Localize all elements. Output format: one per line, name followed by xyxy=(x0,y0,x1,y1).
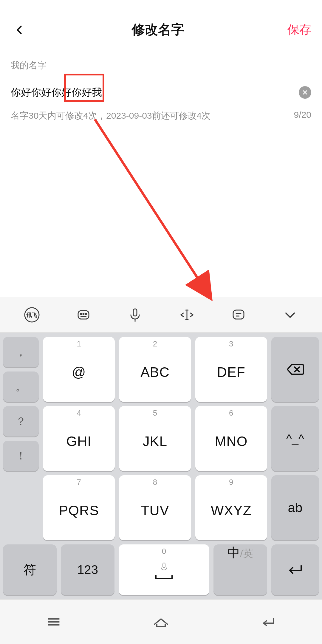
key-language[interactable]: 中/英 xyxy=(213,544,267,595)
microphone-icon xyxy=(157,561,171,574)
key-exclaim[interactable]: ！ xyxy=(3,441,39,471)
ime-collapse-button[interactable] xyxy=(278,303,302,327)
ime-voice-button[interactable] xyxy=(123,303,147,327)
key-digit: 8 xyxy=(153,478,157,487)
ime-clipboard-button[interactable] xyxy=(227,303,250,327)
key-label: @ xyxy=(72,364,86,380)
key-digit: 1 xyxy=(77,339,81,349)
save-button[interactable]: 保存 xyxy=(287,21,311,38)
header: 修改名字 保存 xyxy=(0,10,322,49)
svg-point-7 xyxy=(85,313,86,315)
hint-row: 名字30天内可修改4次，2023-09-03前还可修改4次 9/20 xyxy=(11,110,311,122)
key-symbol[interactable]: 符 xyxy=(3,544,57,595)
key-8-tuv[interactable]: 8 TUV xyxy=(119,475,191,540)
iflytek-icon: 讯飞 xyxy=(24,306,40,323)
microphone-icon xyxy=(127,306,143,323)
key-digit: 9 xyxy=(229,478,233,487)
ime-toolbar: 讯飞 xyxy=(0,297,322,333)
key-label: DEF xyxy=(217,364,245,380)
key-digit: 2 xyxy=(153,339,157,349)
key-digit: 0 xyxy=(162,547,166,556)
key-digit: 4 xyxy=(77,408,81,418)
ime-logo-button[interactable]: 讯飞 xyxy=(20,303,44,327)
key-4-ghi[interactable]: 4 GHI xyxy=(43,406,115,471)
key-period[interactable]: 。 xyxy=(3,371,39,402)
ime-keyboard-switch-button[interactable] xyxy=(72,303,95,327)
key-enter[interactable] xyxy=(271,544,319,595)
key-label: JKL xyxy=(143,433,167,449)
svg-rect-9 xyxy=(133,309,137,316)
page-title: 修改名字 xyxy=(132,21,184,38)
key-5-jkl[interactable]: 5 JKL xyxy=(119,406,191,471)
keyboard-icon xyxy=(75,306,92,323)
clear-button[interactable] xyxy=(299,86,311,99)
key-2-abc[interactable]: 2 ABC xyxy=(119,337,191,402)
system-navbar xyxy=(0,599,322,644)
key-label: GHI xyxy=(66,433,92,449)
key-numeric[interactable]: 123 xyxy=(61,544,114,595)
back-button[interactable] xyxy=(11,21,29,39)
name-form: 我的名字 名字30天内可修改4次，2023-09-03前还可修改4次 9/20 xyxy=(0,49,322,122)
key-1-at[interactable]: 1 @ xyxy=(43,337,115,402)
key-3-def[interactable]: 3 DEF xyxy=(195,337,267,402)
chevron-left-icon xyxy=(14,24,25,35)
key-digit: 7 xyxy=(77,478,81,487)
field-label: 我的名字 xyxy=(11,59,311,72)
nav-back-button[interactable] xyxy=(253,613,283,631)
svg-rect-19 xyxy=(163,563,165,568)
menu-icon xyxy=(45,616,62,628)
key-label: WXYZ xyxy=(211,502,252,518)
backspace-icon xyxy=(286,362,305,377)
cursor-move-icon xyxy=(177,306,196,323)
svg-point-6 xyxy=(83,313,84,315)
back-icon xyxy=(259,615,278,628)
key-6-mno[interactable]: 6 MNO xyxy=(195,406,267,471)
home-icon xyxy=(151,615,171,628)
key-9-wxyz[interactable]: 9 WXYZ xyxy=(195,475,267,540)
key-comma[interactable]: ， xyxy=(3,337,39,367)
lang-main: 中 xyxy=(227,544,240,561)
char-counter: 9/20 xyxy=(294,110,311,122)
ime-cursor-button[interactable] xyxy=(175,303,199,327)
name-input[interactable] xyxy=(11,86,299,98)
key-label: ABC xyxy=(140,364,170,380)
nav-recent-button[interactable] xyxy=(39,613,69,631)
key-label: MNO xyxy=(215,433,247,449)
key-alpha[interactable]: ab xyxy=(271,475,319,540)
key-digit: 6 xyxy=(229,408,233,418)
key-7-pqrs[interactable]: 7 PQRS xyxy=(43,475,115,540)
svg-point-5 xyxy=(80,313,82,315)
name-input-row xyxy=(11,82,311,103)
key-label: PQRS xyxy=(59,502,99,518)
nav-home-button[interactable] xyxy=(146,613,176,631)
keyboard: ， 。 1 @ 2 ABC 3 DEF xyxy=(0,333,322,599)
key-emoji[interactable]: ^_^ xyxy=(271,406,319,471)
key-backspace[interactable] xyxy=(271,337,319,402)
key-digit: 5 xyxy=(153,408,157,418)
content-spacer xyxy=(0,122,322,297)
space-icon xyxy=(154,574,174,581)
key-digit: 3 xyxy=(229,339,233,349)
chevron-down-icon xyxy=(282,306,298,323)
key-space[interactable]: 0 xyxy=(119,544,209,595)
close-icon xyxy=(302,89,308,96)
key-question[interactable]: ？ xyxy=(3,406,39,436)
svg-text:讯飞: 讯飞 xyxy=(27,312,37,318)
svg-rect-14 xyxy=(233,310,244,319)
enter-icon xyxy=(286,563,304,576)
key-label: TUV xyxy=(141,502,169,518)
hint-text: 名字30天内可修改4次，2023-09-03前还可修改4次 xyxy=(11,110,210,122)
message-icon xyxy=(230,306,247,323)
lang-sub: /英 xyxy=(240,547,253,561)
